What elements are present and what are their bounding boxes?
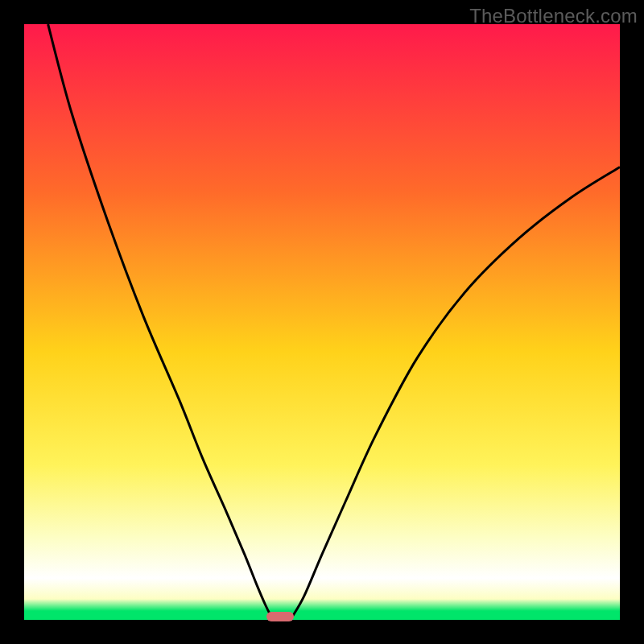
chart-frame — [24, 24, 620, 620]
curve-left-branch — [48, 24, 272, 617]
watermark-text: TheBottleneck.com — [469, 5, 638, 27]
bottleneck-curve — [24, 24, 620, 620]
curve-right-branch — [292, 167, 620, 617]
optimum-marker — [266, 612, 294, 621]
